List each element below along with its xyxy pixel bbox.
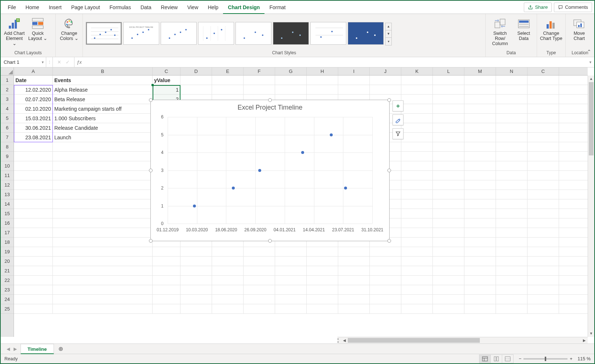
cell[interactable]: [180, 76, 212, 85]
cell[interactable]: [496, 171, 528, 180]
cell[interactable]: [496, 142, 528, 151]
cell[interactable]: [244, 247, 275, 256]
cell[interactable]: [275, 285, 307, 294]
cell[interactable]: 1.000 Subscribers: [53, 114, 153, 123]
row-header[interactable]: 25: [1, 304, 14, 314]
cell[interactable]: [433, 218, 464, 228]
cell[interactable]: [212, 247, 244, 256]
cell[interactable]: [528, 276, 559, 285]
ribbon-tab-formulas[interactable]: Formulas: [105, 1, 136, 14]
cell[interactable]: [528, 209, 559, 218]
cell[interactable]: [53, 142, 153, 151]
ribbon-tab-data[interactable]: Data: [136, 1, 156, 14]
cell[interactable]: [153, 266, 180, 275]
cell[interactable]: [464, 85, 496, 94]
resize-handle[interactable]: [387, 239, 391, 243]
chart-style-7[interactable]: [310, 22, 346, 45]
data-point[interactable]: [330, 133, 333, 136]
scroll-thumb[interactable]: [589, 82, 594, 155]
hscroll-splitter[interactable]: [337, 338, 340, 343]
cell[interactable]: [244, 285, 275, 294]
cell[interactable]: [496, 199, 528, 209]
cell[interactable]: [53, 304, 153, 313]
comments-button[interactable]: Comments: [554, 3, 592, 12]
cell[interactable]: [370, 247, 401, 256]
cell[interactable]: [212, 76, 244, 85]
change-colors-button[interactable]: Change Colors ⌄: [59, 15, 80, 41]
cell[interactable]: [401, 152, 433, 161]
cell[interactable]: [153, 304, 180, 313]
row-headers[interactable]: 1234567891011121314151617181920212223242…: [1, 76, 14, 337]
row-header[interactable]: 12: [1, 180, 14, 190]
cell[interactable]: [370, 85, 401, 94]
cell[interactable]: [528, 95, 559, 104]
cell[interactable]: [528, 180, 559, 190]
cell[interactable]: [244, 257, 275, 266]
resize-handle[interactable]: [149, 239, 153, 243]
cell[interactable]: [433, 180, 464, 190]
change-chart-type-button[interactable]: Change Chart Type: [540, 15, 562, 41]
row-header[interactable]: 8: [1, 142, 14, 152]
cell[interactable]: [14, 142, 53, 151]
cell[interactable]: [153, 247, 180, 256]
cell[interactable]: [433, 190, 464, 199]
cell[interactable]: Events: [53, 76, 153, 85]
column-header[interactable]: L: [433, 67, 464, 75]
cell[interactable]: [401, 276, 433, 285]
cell[interactable]: [528, 238, 559, 247]
cell[interactable]: [496, 114, 528, 123]
row-header[interactable]: 5: [1, 114, 14, 123]
cell[interactable]: [464, 276, 496, 285]
cell[interactable]: [275, 85, 307, 94]
cell[interactable]: [180, 285, 212, 294]
sheet-tab-timeline[interactable]: Timeline: [21, 344, 54, 354]
cell[interactable]: [370, 276, 401, 285]
cell[interactable]: [14, 199, 53, 209]
name-box-resize[interactable]: ⋮: [46, 57, 53, 67]
cell[interactable]: [14, 152, 53, 161]
cell[interactable]: [180, 295, 212, 304]
cell[interactable]: [528, 104, 559, 113]
cell[interactable]: [496, 152, 528, 161]
cell[interactable]: [153, 257, 180, 266]
cell[interactable]: [180, 85, 212, 94]
cell[interactable]: [370, 295, 401, 304]
cell[interactable]: [496, 85, 528, 94]
cell[interactable]: [464, 285, 496, 294]
share-button[interactable]: Share: [524, 3, 552, 12]
cell[interactable]: [401, 295, 433, 304]
cell[interactable]: [496, 123, 528, 132]
cell[interactable]: [464, 76, 496, 85]
cell[interactable]: [401, 133, 433, 142]
cell[interactable]: [464, 133, 496, 142]
scroll-left-icon[interactable]: ◀: [341, 338, 348, 342]
cell[interactable]: [433, 95, 464, 104]
cell[interactable]: [401, 142, 433, 151]
resize-handle[interactable]: [387, 98, 391, 102]
scroll-up-icon[interactable]: ▲: [588, 76, 594, 82]
chart-styles-button[interactable]: [393, 114, 404, 125]
cell[interactable]: [338, 295, 370, 304]
cell[interactable]: [464, 180, 496, 190]
cell[interactable]: [53, 209, 153, 218]
cell[interactable]: [14, 276, 53, 285]
row-header[interactable]: 7: [1, 133, 14, 142]
cell[interactable]: [464, 161, 496, 170]
cell[interactable]: [275, 247, 307, 256]
cell[interactable]: [153, 285, 180, 294]
cell[interactable]: [528, 171, 559, 180]
cell[interactable]: [433, 304, 464, 313]
chart-style-2[interactable]: EXCEL PROJECT TIMELINE: [123, 22, 159, 45]
ribbon-tab-review[interactable]: Review: [156, 1, 183, 14]
chart-style-5[interactable]: [236, 22, 271, 45]
row-header[interactable]: 13: [1, 190, 14, 199]
row-header[interactable]: 17: [1, 228, 14, 238]
view-page-break-button[interactable]: [502, 354, 514, 363]
ribbon-tab-chart-design[interactable]: Chart Design: [223, 1, 264, 14]
chart-style-scroll[interactable]: ▲▼▾: [385, 23, 392, 45]
cell[interactable]: [370, 76, 401, 85]
cell[interactable]: [401, 114, 433, 123]
cell[interactable]: [433, 104, 464, 113]
chart-styles-gallery[interactable]: EXCEL PROJECT TIMELINE ▲▼▾: [86, 15, 482, 49]
column-header[interactable]: N: [496, 67, 528, 75]
